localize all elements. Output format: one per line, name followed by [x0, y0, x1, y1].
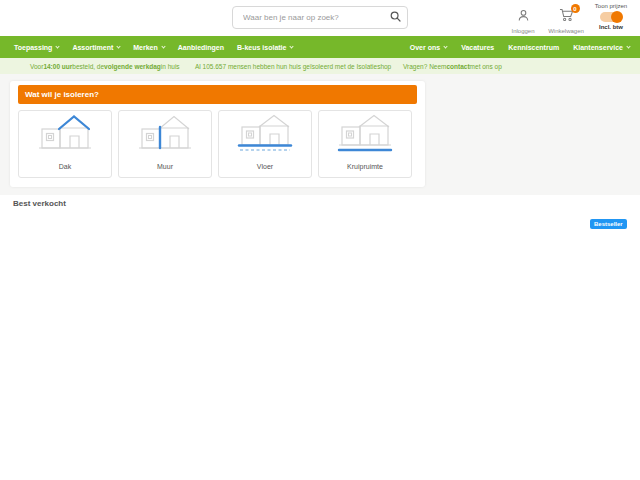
card-label: Vloer — [257, 163, 273, 170]
search-bar[interactable] — [232, 6, 408, 29]
nav-right-group: Over ons Vacatures Kenniscentrum Klanten… — [410, 44, 630, 51]
chevron-down-icon — [56, 44, 60, 48]
house-roof-icon — [34, 114, 96, 163]
nav-label: Over ons — [410, 44, 440, 51]
card-dak[interactable]: Dak — [18, 110, 112, 178]
nav-label: B-keus isolatie — [237, 44, 286, 51]
cart-button[interactable]: 0 Winkelwagen — [545, 8, 587, 34]
top-header: Inloggen 0 Winkelwagen Toon prijzen Incl… — [0, 0, 640, 36]
usp-text: besteld, de — [72, 63, 104, 70]
price-toggle-state: Incl. btw — [599, 24, 623, 30]
nav-item-merken[interactable]: Merken — [133, 44, 165, 51]
login-button[interactable]: Inloggen — [505, 8, 541, 34]
chevron-down-icon — [161, 44, 165, 48]
nav-left-group: Toepassing Assortiment Merken Aanbieding… — [14, 44, 293, 51]
search-input[interactable] — [241, 12, 390, 23]
nav-label: Klantenservice — [573, 44, 623, 51]
chevron-down-icon — [290, 44, 294, 48]
nav-item-over-ons[interactable]: Over ons — [410, 44, 447, 51]
nav-label: Vacatures — [461, 44, 494, 51]
nav-item-vacatures[interactable]: Vacatures — [461, 44, 494, 51]
toggle-knob — [611, 11, 623, 23]
usp-text: Vragen? Neem — [403, 63, 446, 70]
nav-label: Assortiment — [72, 44, 113, 51]
chevron-down-icon — [444, 44, 448, 48]
usp-text: met ons op — [470, 63, 502, 70]
nav-item-aanbiedingen[interactable]: Aanbiedingen — [178, 44, 224, 51]
search-icon — [390, 10, 401, 25]
card-kruipruimte[interactable]: Kruipruimte — [318, 110, 412, 178]
search-button[interactable] — [390, 10, 401, 25]
nav-item-bkeus-isolatie[interactable]: B-keus isolatie — [237, 44, 293, 51]
nav-item-kenniscentrum[interactable]: Kenniscentrum — [508, 44, 559, 51]
house-crawlspace-icon — [334, 114, 396, 163]
usp-text-bold: volgende werkdag — [104, 63, 161, 70]
card-label: Kruipruimte — [347, 163, 383, 170]
nav-item-klantenservice[interactable]: Klantenservice — [573, 44, 630, 51]
main-nav: Toepassing Assortiment Merken Aanbieding… — [0, 36, 640, 58]
usp-delivery: Voor 14:00 uur besteld, de volgende werk… — [30, 58, 180, 74]
usp-text-bold: 14:00 uur — [43, 63, 72, 70]
chevron-down-icon — [626, 44, 630, 48]
usp-bar: Voor 14:00 uur besteld, de volgende werk… — [0, 58, 640, 74]
nav-item-assortiment[interactable]: Assortiment — [72, 44, 120, 51]
nav-label: Aanbiedingen — [178, 44, 224, 51]
isolate-cards: Dak Muur — [18, 110, 417, 178]
usp-social-proof: Al 105.657 mensen hebben hun huis geïsol… — [195, 58, 391, 74]
card-label: Dak — [59, 163, 71, 170]
usp-contact: Vragen? Neem contact met ons op — [403, 58, 502, 74]
price-toggle-title: Toon prijzen — [595, 3, 627, 9]
isolate-panel: Wat wil je isoleren? Dak — [10, 81, 425, 187]
card-label: Muur — [157, 163, 173, 170]
user-icon — [517, 8, 530, 26]
card-vloer[interactable]: Vloer — [218, 110, 312, 178]
contact-link[interactable]: contact — [446, 63, 469, 70]
login-label: Inloggen — [511, 28, 534, 34]
cart-label: Winkelwagen — [548, 28, 584, 34]
nav-item-toepassing[interactable]: Toepassing — [14, 44, 59, 51]
price-toggle-widget: Toon prijzen Incl. btw — [586, 3, 636, 30]
house-wall-icon — [134, 114, 196, 163]
bestseller-badge: Bestseller — [590, 219, 627, 229]
card-muur[interactable]: Muur — [118, 110, 212, 178]
price-toggle-switch[interactable] — [600, 12, 622, 22]
usp-text: in huis — [161, 63, 180, 70]
usp-text: Voor — [30, 63, 43, 70]
nav-label: Kenniscentrum — [508, 44, 559, 51]
chevron-down-icon — [117, 44, 121, 48]
isolate-banner-title: Wat wil je isoleren? — [25, 90, 99, 99]
isolate-banner: Wat wil je isoleren? — [18, 85, 417, 104]
cart-badge: 0 — [571, 4, 580, 13]
nav-label: Toepassing — [14, 44, 52, 51]
best-sold-heading: Best verkocht — [13, 199, 66, 208]
nav-label: Merken — [133, 44, 158, 51]
house-floor-icon — [234, 114, 296, 163]
